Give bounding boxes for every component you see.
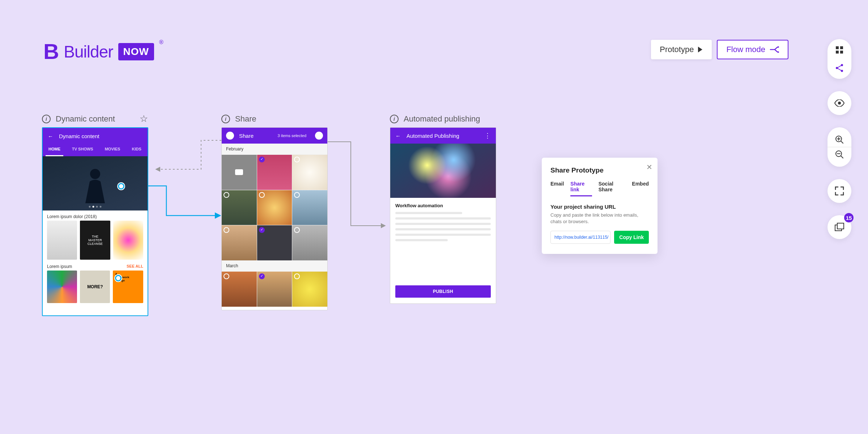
tab-kids[interactable]: KIDS [126,144,147,156]
screen-label-share: i Share [221,114,256,124]
poster-thumb[interactable]: THEMASTERCLEANSE [80,221,110,260]
flow-hotspot[interactable] [115,275,122,281]
more-icon[interactable]: ⋮ [484,132,491,140]
tab-home[interactable]: HOME [43,144,66,156]
star-icon[interactable]: ☆ [140,113,148,124]
info-icon[interactable]: i [221,115,230,123]
hero-caption: Lorem ipsum dolor (2018) [43,210,148,221]
photo-cell[interactable] [292,225,327,260]
action-circle[interactable] [315,132,323,140]
right-rail: 15 [827,39,851,239]
svg-point-9 [838,102,841,105]
share-url-desc: Copy and paste the link below into email… [550,212,649,225]
auto-section-title: Workflow automation [390,198,496,212]
month-header: March [222,260,327,272]
auto-hero-image [390,144,496,198]
screen-automated-publishing[interactable]: ← Automated Publishing ⋮ Workflow automa… [390,127,496,304]
back-arrow-icon[interactable]: ← [48,133,53,139]
photo-cell[interactable] [257,272,292,307]
screen-label-auto: i Automated publishing [390,114,480,124]
publish-button[interactable]: PUBLISH [395,285,491,298]
dynamic-tabs: HOME TV SHOWS MOVIES KIDS [43,144,148,156]
svg-rect-13 [837,223,844,229]
mode-switcher: Prototype Flow mode [651,40,788,59]
zoom-in-icon [835,135,844,144]
logo-badge: NOW [118,43,154,60]
tab-embed[interactable]: Embed [632,181,649,196]
info-icon[interactable]: i [42,115,51,123]
photo-cell[interactable] [222,155,257,190]
preview-button[interactable] [827,91,851,115]
zoom-out-icon [835,150,844,159]
photo-cell[interactable] [222,190,257,225]
screen-title-share: Share [235,114,256,124]
poster-thumb[interactable]: MORE? [80,271,110,303]
pages-count-badge: 15 [844,213,854,222]
tab-sharelink[interactable]: Share link [570,181,592,196]
logo-text: Builder [64,42,113,61]
svg-rect-2 [836,46,839,49]
prototype-mode-label: Prototype [660,45,694,54]
share-panel-tabs: Email Share link Social Share Embed [550,181,649,196]
info-icon[interactable]: i [390,115,399,123]
see-all-link[interactable]: SEE ALL [127,264,143,269]
photo-grid [222,272,327,307]
pages-button[interactable]: 15 [827,215,851,239]
photo-grid [222,155,327,260]
copy-link-button[interactable]: Copy Link [614,231,649,244]
share-icon[interactable] [834,63,844,73]
avatar-circle[interactable] [226,132,234,140]
flow-mode-button[interactable]: Flow mode [717,40,788,59]
auto-header: ← Automated Publishing ⋮ [390,128,496,144]
photo-cell[interactable] [257,155,292,190]
text-placeholder [390,212,496,241]
selection-count: 3 items selected [278,133,306,138]
prototype-mode-button[interactable]: Prototype [651,40,712,59]
zoom-out-button[interactable] [834,147,844,162]
photo-cell[interactable] [222,225,257,260]
screen-title-dynamic: Dynamic content [56,114,115,124]
screen-share[interactable]: Share 3 items selected February March [221,127,328,310]
svg-point-0 [778,46,779,48]
fit-screen-icon [835,186,844,196]
tab-tvshows[interactable]: TV SHOWS [66,144,99,156]
row-caption: Lorem ipsum [47,264,72,269]
flow-hotspot[interactable] [118,183,124,190]
tab-email[interactable]: Email [550,181,564,196]
close-icon[interactable]: ✕ [646,163,652,171]
hero-image[interactable] [43,156,148,210]
share-url-heading: Your project sharing URL [550,204,649,210]
photo-cell[interactable] [257,190,292,225]
zoom-in-button[interactable] [834,132,844,147]
dynamic-header: ← Dynamic content [43,128,148,144]
auto-header-title: Automated Publishing [407,133,459,139]
screen-dynamic-content[interactable]: ← Dynamic content HOME TV SHOWS MOVIES K… [42,127,148,316]
photo-cell[interactable] [292,272,327,307]
pages-icon [834,223,844,231]
rail-zoom-group [827,127,851,167]
poster-thumb[interactable] [113,221,143,260]
flow-mode-label: Flow mode [726,45,765,54]
logo-mark: B [43,39,59,64]
share-panel-title: Share Prototype [550,166,649,174]
screen-title-auto: Automated publishing [404,114,480,124]
poster-thumb[interactable] [47,221,77,260]
poster-thumb[interactable] [47,271,77,303]
hero-silhouette [79,163,111,203]
svg-point-1 [778,51,779,53]
photo-cell[interactable] [292,155,327,190]
eye-icon [834,99,844,107]
photo-cell[interactable] [222,272,257,307]
svg-rect-3 [840,46,843,49]
fit-screen-button[interactable] [827,179,851,203]
photo-cell[interactable] [257,225,292,260]
share-url-field[interactable]: http://now.builder.ai/113115/ [550,231,610,244]
photo-cell[interactable] [292,190,327,225]
play-icon [698,47,703,52]
back-arrow-icon[interactable]: ← [395,133,401,139]
tab-movies[interactable]: MOVIES [99,144,126,156]
flow-branch-icon [770,46,779,53]
svg-rect-5 [840,51,843,54]
tab-social[interactable]: Social Share [599,181,626,196]
grid-icon[interactable] [834,45,844,55]
